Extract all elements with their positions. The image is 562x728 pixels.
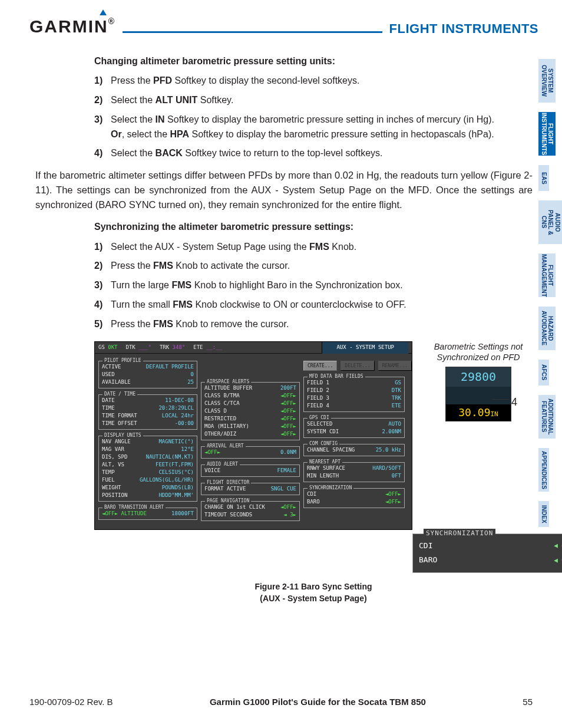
doc-number: 190-00709-02 Rev. B [29, 697, 113, 707]
step: 3)Turn the large FMS Knob to highlight B… [94, 278, 533, 293]
box-page-navigation: PAGE NAVIGATIONCHANGE ON 1st CLICK◄OFF►T… [201, 501, 300, 521]
side-tab[interactable]: FLIGHT INSTRUMENTS [538, 112, 556, 156]
header-rule [123, 31, 382, 33]
doc-title: Garmin G1000 Pilot's Guide for the Socat… [210, 697, 426, 707]
garmin-logo: GARMIN® [29, 17, 115, 37]
brand-text: GARMIN [29, 17, 108, 36]
mfd-screen: GS 0KT DTK ___° TRK 348° ETE __:__ AUX -… [94, 341, 412, 530]
create-button[interactable]: CREATE... [303, 361, 337, 371]
logo-triangle-icon [100, 9, 107, 15]
sync-row-cdi: CDI◀OFF▶ [419, 539, 562, 554]
box-audio-alert: AUDIO ALERT VOICEFEMALE [201, 465, 300, 477]
box-gps-cdi: GPS CDISELECTEDAUTOSYSTEM CDI2.00NM [303, 418, 405, 438]
procedure-2: Synchronizing the altimeter barometric p… [29, 220, 538, 604]
step: 1)Press the PFD Softkey to display the s… [94, 74, 533, 88]
step: 4)Select the BACK Softkey twice to retur… [94, 146, 533, 161]
box-arrival-alert: ARRIVAL ALERT ◄OFF►0.0NM [201, 446, 300, 459]
proc1-title: Changing altimeter barometric pressure s… [94, 54, 533, 68]
side-tab[interactable]: SYSTEM OVERVIEW [538, 59, 556, 103]
side-tab[interactable]: EAS [538, 165, 549, 191]
sync-callout-title: SYNCHRONIZATION [424, 529, 495, 538]
side-tab[interactable]: INDEX [538, 501, 549, 527]
side-tabs: SYSTEM OVERVIEWFLIGHT INSTRUMENTSEASAUDI… [538, 59, 562, 536]
box-nearest-apt: NEAREST APTRNWY SURFACEHARD/SOFTMIN LENG… [303, 462, 405, 482]
step: 2)Press the FMS Knob to activate the cur… [94, 259, 533, 274]
side-tab[interactable]: APPENDICES [538, 448, 549, 492]
figure-caption: Figure 2-11 Baro Sync Setting (AUX - Sys… [94, 581, 533, 604]
side-tab[interactable]: HAZARD AVOIDANCE [538, 307, 556, 350]
baro-main-value: 29800 [446, 367, 511, 387]
box-display-units: DISPLAY UNITSNAV ANGLEMAGNETIC(°)MAG VAR… [98, 436, 197, 502]
procedure-1: Changing altimeter barometric pressure s… [29, 54, 538, 161]
section-title: FLIGHT INSTRUMENTS [389, 21, 538, 37]
box-baro-transition: BARO TRANSITION ALERT ◄OFF► ALTITUDE1800… [98, 508, 197, 520]
rename-button[interactable]: RENAME... [378, 361, 412, 371]
box-flight-director: FLIGHT DIRECTOR FORMAT ACTIVESNGL CUE [201, 483, 300, 495]
baro-note: Barometric Settings not Synchronized on … [424, 341, 533, 364]
left-arrow-icon[interactable]: ◀ [554, 541, 558, 551]
box-date-time: DATE / TIMEDATE11-DEC-08TIME20:28:29LCLT… [98, 394, 197, 430]
sync-callout: SYNCHRONIZATION CDI◀OFF▶ BARO◀OFF▶ [412, 533, 562, 574]
figure-callouts: Barometric Settings not Synchronized on … [424, 341, 533, 422]
profile-buttons: CREATE... DELETE... RENAME... [303, 361, 405, 371]
callout-number-4: 4 [511, 394, 517, 410]
box-airspace-alerts: AIRSPACE ALERTSALTITUDE BUFFER200FTCLASS… [201, 382, 300, 440]
box-com-config: COM CONFIG CHANNEL SPACING25.0 kHz [303, 444, 405, 456]
page-number: 55 [523, 697, 533, 707]
step: 3)Select the IN Softkey to display the b… [94, 113, 533, 142]
mfd-page-title: AUX - SYSTEM SETUP [322, 342, 408, 354]
box-mfd-data-bar: MFD DATA BAR FIELDSFIELD 1GSFIELD 2DTKFI… [303, 377, 405, 412]
step: 4)Turn the small FMS Knob clockwise to O… [94, 298, 533, 312]
baro-yellow-value: 30.09IN [447, 405, 510, 420]
left-arrow-icon[interactable]: ◀ [554, 556, 558, 565]
delete-button[interactable]: DELETE... [340, 361, 374, 371]
step: 2)Select the ALT UNIT Softkey. [94, 93, 533, 108]
box-pilot-profile: PILOT PROFILEACTIVEDEFAULT PROFILEUSED0A… [98, 361, 197, 388]
side-tab[interactable]: ADDITIONAL FEATURES [538, 395, 556, 439]
side-tab[interactable]: FLIGHT MANAGEMENT [538, 253, 556, 297]
side-tab[interactable]: AUDIO PANEL & CNS [538, 200, 562, 244]
figure-wrap: GS 0KT DTK ___° TRK 348° ETE __:__ AUX -… [94, 341, 533, 530]
side-tab[interactable]: AFCS [538, 360, 549, 386]
page: GARMIN® FLIGHT INSTRUMENTS Changing alti… [0, 0, 562, 604]
step: 1)Select the AUX - System Setup Page usi… [94, 240, 533, 255]
baro-display: 29800 30.09IN [445, 367, 511, 421]
body-paragraph: If the barometric altimeter settings dif… [35, 168, 533, 212]
sync-row-baro: BARO◀OFF▶ [419, 553, 562, 568]
proc2-title: Synchronizing the altimeter barometric p… [94, 220, 533, 233]
box-synchronization: SYNCHRONIZATIONCDI◄OFF►BARO◄OFF► [303, 488, 405, 508]
step: 5)Press the FMS Knob to remove the curso… [94, 317, 533, 332]
footer: 190-00709-02 Rev. B Garmin G1000 Pilot's… [29, 697, 533, 707]
header: GARMIN® FLIGHT INSTRUMENTS [29, 17, 538, 37]
